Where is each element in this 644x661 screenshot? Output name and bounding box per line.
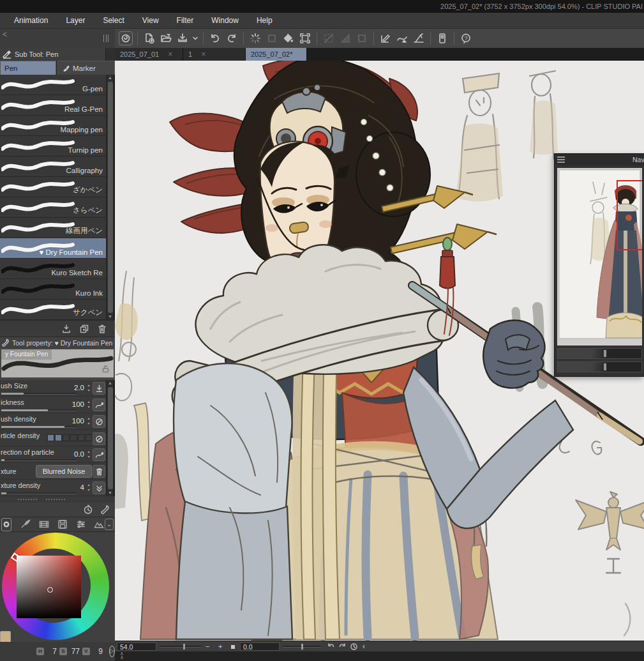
scrollbar-thumb[interactable] [108, 82, 113, 313]
thickness-slider[interactable] [1, 409, 77, 411]
menu-filter[interactable]: Filter [168, 13, 203, 29]
canvas-viewport[interactable]: Navigator [115, 61, 644, 641]
brush-list-item-1[interactable]: G-pen [0, 75, 106, 95]
settings-wrench-icon[interactable] [100, 505, 110, 517]
property-brush-size[interactable]: ush Size 2.0 ▴▾ [0, 380, 106, 397]
scroll-down-arrow-icon[interactable]: ▼ [108, 490, 112, 496]
dock-grip-icon[interactable] [103, 34, 109, 42]
clip-studio-logo-icon[interactable] [117, 30, 134, 47]
delete-brush-icon[interactable] [97, 324, 107, 334]
snap-perspective-icon[interactable] [410, 30, 427, 47]
expand-button[interactable] [93, 482, 105, 494]
panel-menu-chevron-icon[interactable]: ⌄ [105, 519, 114, 530]
menu-window[interactable]: Window [202, 13, 248, 29]
menu-animation[interactable]: Animation [5, 13, 57, 29]
tab-close-icon[interactable]: × [168, 50, 172, 59]
zoom-slider[interactable] [160, 646, 202, 648]
brush-list-item-9[interactable]: ♥ Dry Fountain Pen [0, 238, 106, 259]
rotation-slider[interactable] [283, 646, 321, 648]
brush-list-item-10[interactable]: Kuro Sketch Re [0, 259, 106, 279]
navigator-rotate-slider[interactable] [557, 361, 642, 372]
expand-timeline-icon[interactable]: ∧∧ [120, 652, 124, 660]
pen-pressure-button[interactable] [93, 448, 105, 461]
save-file-icon[interactable] [174, 30, 191, 47]
slider-thumb[interactable] [604, 363, 606, 370]
menu-help[interactable]: Help [248, 13, 281, 29]
help-icon[interactable]: ? [458, 30, 474, 47]
import-brush-icon[interactable] [61, 324, 71, 334]
apply-size-button[interactable] [93, 382, 105, 395]
tablet-companion-icon[interactable] [434, 30, 451, 47]
brush-density-slider[interactable] [1, 426, 77, 428]
menu-select[interactable]: Select [94, 13, 133, 29]
brush-list-scrollbar[interactable]: ▲ ▼ [106, 75, 114, 320]
redo-icon[interactable] [223, 30, 240, 47]
panel-menu-icon[interactable] [557, 156, 565, 163]
menu-view[interactable]: View [133, 13, 168, 29]
frame-border-icon[interactable] [297, 30, 313, 47]
color-set-tab[interactable] [19, 518, 31, 531]
scroll-down-arrow-icon[interactable]: ▼ [108, 314, 112, 320]
scrollbar-thumb[interactable] [108, 387, 113, 489]
deselect-icon[interactable] [264, 30, 280, 47]
snap-curve-icon[interactable] [394, 30, 410, 47]
tool-property-scrollbar[interactable]: ▲ ▼ [106, 380, 114, 496]
color-history-icon[interactable] [83, 505, 93, 517]
subtool-tab-pen[interactable]: Pen [0, 61, 56, 75]
selection-polygon-icon[interactable] [337, 30, 354, 47]
direction-slider[interactable] [1, 459, 77, 461]
menu-layer[interactable]: Layer [57, 13, 94, 29]
spinner-icon[interactable]: ▴▾ [86, 416, 91, 426]
scroll-up-arrow-icon[interactable]: ▲ [108, 380, 112, 386]
undo-icon[interactable] [207, 30, 223, 47]
new-canvas-icon[interactable] [141, 30, 158, 47]
color-mixing-tab[interactable] [93, 518, 105, 531]
slider-thumb[interactable] [604, 350, 606, 357]
subtool-header-tab[interactable]: Sub Tool: Pen [0, 48, 106, 61]
brush-list-item-3[interactable]: Mapping pen [0, 116, 106, 136]
approximate-color-tab[interactable] [56, 518, 68, 531]
doc-tab-2025-07-01[interactable]: 2025_07_01 × [115, 48, 183, 61]
brush-list-item-5[interactable]: Calligraphy [0, 156, 106, 177]
collapse-panel-icon[interactable]: < [3, 30, 7, 39]
delete-texture-button[interactable] [93, 465, 105, 478]
property-texture-density[interactable]: xture density 4 ▴▾ [0, 480, 106, 496]
doc-tab-1[interactable]: 1 × [183, 48, 246, 61]
sv-cursor[interactable] [47, 587, 53, 593]
fill-bucket-icon[interactable] [280, 30, 297, 47]
property-texture[interactable]: xture Blurred Noise [0, 463, 106, 480]
value-value[interactable]: 9 [93, 647, 103, 656]
color-slider-tab[interactable] [75, 518, 87, 531]
texture-select-button[interactable]: Blurred Noise [36, 465, 92, 478]
intermediate-color-tab[interactable] [38, 518, 50, 531]
navigator-thumbnail[interactable] [557, 168, 642, 346]
duplicate-brush-icon[interactable] [79, 324, 89, 334]
property-brush-density[interactable]: ush density 100 ▴▾ [0, 413, 106, 430]
hue-value[interactable]: 7 [47, 647, 57, 656]
spinner-icon[interactable]: ▴▾ [86, 399, 91, 409]
spinner-icon[interactable]: ▴▾ [86, 482, 91, 492]
brush-list-item-7[interactable]: さらペン [0, 197, 106, 218]
brush-list-item-2[interactable]: Real G-Pen [0, 95, 106, 116]
brush-list-item-8[interactable]: 線画用ペン [0, 218, 106, 238]
particle-density-level[interactable] [47, 434, 93, 441]
selection-rect-icon[interactable] [354, 30, 370, 47]
pen-pressure-button[interactable] [93, 399, 105, 411]
property-thickness[interactable]: ickness 100 ▴▾ [0, 397, 106, 413]
zoom-in-button[interactable]: + [218, 641, 222, 652]
brush-list-item-4[interactable]: Turnip pen [0, 136, 106, 156]
save-dropdown-icon[interactable] [191, 30, 200, 47]
snap-ruler-icon[interactable] [377, 30, 394, 47]
color-panel-grip[interactable] [0, 496, 115, 503]
doc-tab-2025-07-02-active[interactable]: 2025_07_02* [246, 48, 307, 61]
brush-list-item-6[interactable]: ざかペン [0, 177, 106, 197]
no-effect-button[interactable] [93, 415, 105, 428]
property-particle-density[interactable]: rticle density › [0, 430, 106, 446]
spinner-icon[interactable]: ▴▾ [86, 383, 91, 393]
no-effect-button[interactable] [93, 432, 105, 445]
tool-property-header[interactable]: Tool property: ♥ Dry Fountain Pen [0, 337, 115, 348]
open-file-icon[interactable] [158, 30, 174, 47]
fit-to-screen-icon[interactable] [231, 645, 235, 649]
navigator-zoom-slider[interactable] [557, 348, 642, 359]
lock-icon[interactable] [101, 365, 110, 375]
